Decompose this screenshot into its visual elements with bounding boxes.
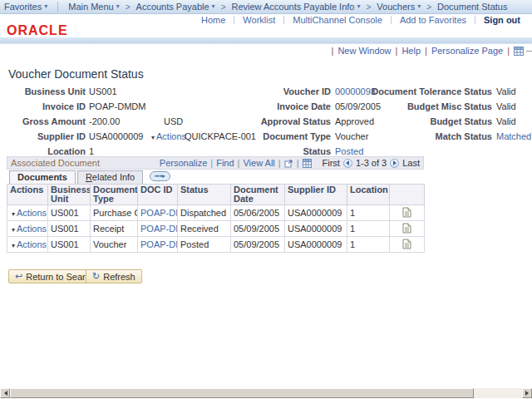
doc-id-link[interactable]: POAP-DM [138, 221, 178, 237]
cell-document-type: Receipt [91, 221, 138, 237]
chevron-down-icon: ▾ [116, 3, 120, 10]
document-icon [402, 239, 411, 249]
breadcrumb-item-main-menu[interactable]: Main Menu ▾ [64, 2, 123, 12]
cell-business-unit: US001 [48, 221, 91, 237]
refresh-icon: ↻ [92, 272, 100, 281]
column-header-location: Location [347, 185, 390, 205]
chevron-down-icon: ▾ [12, 242, 15, 249]
next-page-icon[interactable] [390, 159, 399, 168]
associated-documents-table: Actions Business Unit Document Type DOC … [7, 184, 425, 253]
divider: | [210, 158, 213, 168]
previous-page-icon[interactable] [343, 159, 352, 168]
breadcrumb-item-review-ap-info[interactable]: Review Accounts Payable Info ▾ [227, 2, 364, 12]
worklist-link[interactable]: Worklist [234, 15, 283, 25]
divider: | [332, 46, 334, 56]
scrollbar-thumb[interactable] [10, 388, 474, 398]
section-header: Associated Document Personalize | Find |… [7, 156, 424, 170]
table-row: ▾Actions US001 Purchase Order POAP-DM Di… [7, 205, 425, 221]
field-value-supplier-id: USA0000009 [89, 131, 143, 142]
column-header-doc-id: DOC ID [138, 185, 178, 205]
field-value-doc-tolerance-status: Valid [496, 86, 516, 97]
field-value-invoice-id: POAP-DMDM [89, 101, 145, 112]
associated-document-section: Associated Document Personalize | Find |… [7, 156, 424, 253]
http-grid-icon[interactable] [514, 47, 524, 56]
divider: | [297, 158, 299, 168]
new-window-link[interactable]: New Window [337, 46, 391, 56]
column-header-status: Status [178, 185, 231, 205]
pager-last-link[interactable]: Last [402, 158, 420, 168]
add-to-favorites-link[interactable]: Add to Favorites [392, 15, 475, 25]
find-link[interactable]: Find [216, 158, 234, 168]
page-title: Voucher Document Status [8, 67, 144, 81]
cell-location: 1 [347, 237, 390, 253]
field-label-gross-amount: Gross Amount [7, 116, 86, 127]
pager-range: 1-3 of 3 [356, 158, 387, 168]
field-label-approval-status: Approval Status [224, 116, 331, 127]
right-arrow-icon [393, 160, 399, 165]
tab-related-info[interactable]: Related Info [77, 170, 143, 184]
column-header-document-date: Document Date [231, 185, 285, 205]
cell-location: 1 [347, 205, 390, 221]
download-icon[interactable] [303, 159, 312, 168]
table-row: ▾Actions US001 Receipt POAP-DM Received … [7, 221, 425, 237]
supplier-actions-dropdown[interactable]: ▾Actions [150, 131, 186, 143]
field-value-business-unit: US001 [89, 86, 117, 97]
breadcrumb-item-accounts-payable[interactable]: Accounts Payable ▾ [132, 2, 219, 12]
view-document-cell[interactable] [390, 237, 425, 253]
doc-id-link[interactable]: POAP-DM [138, 205, 178, 221]
left-arrow-icon [343, 160, 349, 165]
document-icon [402, 207, 411, 218]
home-link[interactable]: Home [193, 15, 234, 25]
oracle-logo: ORACLE [7, 23, 68, 38]
row-actions-cell[interactable]: ▾Actions [7, 221, 48, 237]
field-value-currency: USD [164, 116, 183, 127]
match-status-link[interactable]: Matched [496, 131, 531, 142]
column-header-business-unit: Business Unit [48, 185, 91, 205]
header-band [0, 37, 532, 44]
cell-document-date: 05/06/2005 [231, 205, 285, 221]
divider: | [396, 46, 398, 56]
chevron-down-icon: ▾ [12, 210, 15, 218]
tab-documents[interactable]: Documents [9, 170, 76, 184]
field-label-match-status: Match Status [366, 131, 492, 142]
view-document-cell[interactable] [390, 205, 425, 221]
show-tab-columns-icon[interactable]: ▪▪▪▸ [150, 171, 170, 181]
personalize-page-link[interactable]: Personalize Page [431, 46, 503, 56]
row-actions-cell[interactable]: ▾Actions [7, 205, 48, 221]
favorites-menu[interactable]: Favorites ▾ [0, 2, 52, 12]
view-all-link[interactable]: View All [243, 158, 274, 168]
popup-window-icon[interactable] [284, 159, 293, 168]
doc-id-link[interactable]: POAP-DM [138, 237, 178, 253]
field-label-invoice-date: Invoice Date [224, 101, 331, 112]
field-label-voucher-id: Voucher ID [224, 86, 331, 97]
field-label-budget-status: Budget Status [366, 116, 492, 127]
breadcrumb-separator: > [126, 2, 131, 12]
field-label-supplier-id: Supplier ID [7, 131, 86, 142]
cell-status: Received [178, 221, 231, 237]
scroll-right-button[interactable] [522, 388, 532, 398]
right-arrow-icon [525, 391, 531, 396]
scroll-left-button[interactable] [0, 388, 10, 398]
chevron-down-icon: ▾ [357, 3, 360, 10]
row-actions-cell[interactable]: ▾Actions [7, 237, 48, 253]
cell-business-unit: US001 [48, 205, 91, 221]
help-link[interactable]: Help [401, 46, 421, 56]
document-icon [402, 223, 411, 234]
table-header-row: Actions Business Unit Document Type DOC … [7, 185, 425, 205]
cell-location: 1 [347, 221, 390, 237]
field-value-budget-status: Valid [496, 116, 516, 127]
multichannel-console-link[interactable]: MultiChannel Console [284, 15, 391, 25]
sign-out-link[interactable]: Sign out [475, 15, 529, 25]
column-header-empty [390, 185, 425, 205]
personalize-link[interactable]: Personalize [160, 158, 207, 168]
pager-first-link[interactable]: First [323, 158, 340, 168]
chevron-down-icon: ▾ [417, 3, 421, 10]
breadcrumb-item-vouchers[interactable]: Vouchers ▾ [372, 2, 425, 12]
grid-pager: First 1-3 of 3 Last [323, 158, 421, 168]
view-document-cell[interactable] [390, 221, 425, 237]
refresh-button[interactable]: ↻ Refresh [86, 269, 142, 283]
cell-supplier-id: USA0000009 [285, 205, 347, 221]
horizontal-scrollbar[interactable] [0, 388, 532, 398]
voucher-document-status-page: Favorites ▾ Main Menu ▾ > Accounts Payab… [0, 0, 532, 399]
left-arrow-icon [2, 391, 7, 396]
